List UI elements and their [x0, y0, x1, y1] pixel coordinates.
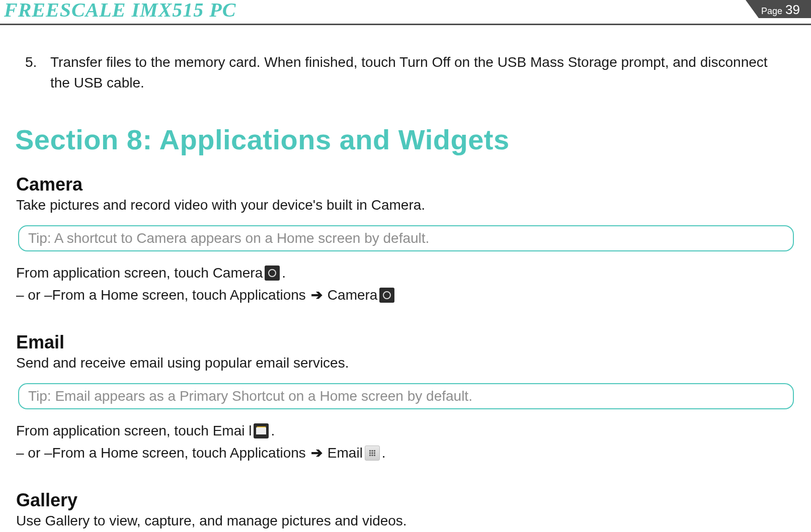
camera-heading: Camera	[16, 174, 796, 195]
camera-icon	[379, 288, 394, 303]
gallery-desc: Use Gallery to view, capture, and manage…	[16, 513, 796, 529]
camera-desc: Take pictures and record video with your…	[16, 197, 796, 213]
page-header: FREESCALE IMX515 PC Page 39	[0, 0, 811, 22]
camera-block: Camera Take pictures and record video wi…	[15, 174, 796, 306]
header-rule	[0, 24, 811, 25]
camera-instruction-1: From application screen, touch Camera .	[16, 262, 796, 284]
camera-line2b: Camera	[328, 285, 378, 306]
camera-line1b: .	[282, 262, 286, 284]
email-tip: Tip: Email appears as a Primary Shortcut…	[18, 383, 794, 409]
page-number: 39	[785, 2, 800, 18]
camera-instruction-2: – or –From a Home screen, touch Applicat…	[16, 285, 796, 306]
manual-page: FREESCALE IMX515 PC Page 39 5. Transfer …	[0, 0, 811, 532]
section-title: Section 8: Applications and Widgets	[15, 123, 796, 156]
arrow-icon: ➔	[311, 442, 322, 464]
page-number-tab: Page 39	[746, 0, 811, 18]
camera-icon	[265, 265, 280, 281]
email-instruction-1: From application screen, touch Emai l .	[16, 420, 796, 441]
email-desc: Send and receive email using popular ema…	[16, 355, 796, 371]
email-line1a: From application screen, touch Emai l	[16, 420, 252, 441]
product-title: FREESCALE IMX515 PC	[0, 0, 811, 20]
page-content: 5. Transfer files to the memory card. Wh…	[0, 22, 811, 529]
gallery-heading: Gallery	[16, 490, 796, 511]
email-line1b: .	[271, 420, 275, 441]
step-text: Transfer files to the memory card. When …	[50, 52, 796, 93]
camera-line2a: – or –From a Home screen, touch Applicat…	[16, 285, 306, 306]
step-number: 5.	[25, 52, 50, 93]
app-grid-icon	[365, 446, 380, 461]
page-label: Page	[761, 6, 782, 17]
email-icon	[254, 423, 269, 438]
email-line2c: .	[382, 442, 386, 464]
email-line2a: – or –From a Home screen, touch Applicat…	[16, 442, 306, 464]
email-heading: Email	[16, 332, 796, 353]
arrow-icon: ➔	[311, 285, 322, 306]
gallery-block: Gallery Use Gallery to view, capture, an…	[15, 490, 796, 529]
email-line2b: Email	[328, 442, 363, 464]
page-number-text: Page 39	[761, 2, 800, 18]
email-instruction-2: – or –From a Home screen, touch Applicat…	[16, 442, 796, 464]
camera-line1a: From application screen, touch Camera	[16, 262, 263, 284]
email-block: Email Send and receive email using popul…	[15, 332, 796, 464]
step-5: 5. Transfer files to the memory card. Wh…	[25, 52, 796, 93]
camera-tip: Tip: A shortcut to Camera appears on a H…	[18, 225, 794, 251]
